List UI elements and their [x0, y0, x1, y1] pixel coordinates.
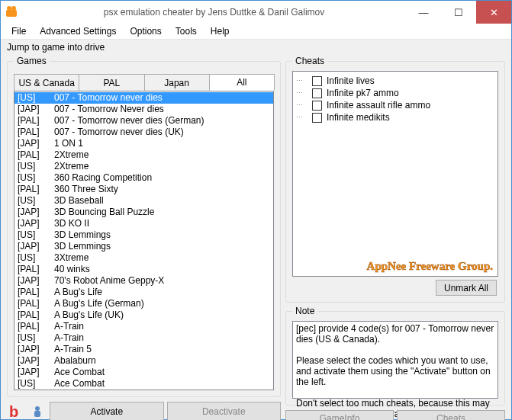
left-pane: Games US & Canada PAL Japan All [US]007 … [7, 56, 281, 412]
tab-all[interactable]: All [209, 74, 275, 91]
cheat-label: Infinite lives [327, 75, 375, 87]
cheat-list[interactable]: Infinite livesInfinite pk7 ammoInfinite … [292, 71, 498, 277]
game-row[interactable]: [PAL]A Bug's Life [14, 287, 273, 298]
unmark-row: Unmark All [292, 277, 498, 296]
menu-file[interactable]: File [5, 24, 33, 38]
game-row[interactable]: [JAP]1 ON 1 [14, 138, 273, 149]
tab-us-canada[interactable]: US & Canada [14, 74, 79, 91]
game-row[interactable]: [JAP]3D KO II [14, 218, 273, 229]
jump-label: Jump to game into drive [1, 40, 511, 54]
checkbox-icon[interactable] [312, 88, 322, 98]
note-legend: Note [292, 306, 317, 316]
game-row[interactable]: [PAL]007 - Tomorrow never dies (German) [14, 115, 273, 127]
app-window: psx emulation cheater by Jens Duttke & D… [0, 0, 512, 420]
game-row[interactable]: [US]A-Train [14, 332, 273, 344]
tab-pal[interactable]: PAL [79, 74, 144, 91]
region-tabs: US & Canada PAL Japan All [14, 74, 274, 91]
game-row[interactable]: [PAL]A-Train [14, 321, 273, 332]
game-row[interactable]: [US]3D Lemmings [14, 229, 273, 241]
game-row[interactable]: [PAL]40 winks [14, 264, 273, 275]
cheat-row[interactable]: Infinite assault rifle ammo [295, 99, 496, 111]
bottom-right-strip: GameInfo Cheats [285, 409, 505, 420]
svg-text:b: b [9, 403, 18, 420]
game-row[interactable]: [US]3D Baseball [14, 195, 273, 207]
maximize-button[interactable]: ☐ [441, 1, 476, 24]
window-title: psx emulation cheater by Jens Duttke & D… [22, 7, 406, 18]
note-group: Note [pec] provide 4 code(s) for 007 - T… [285, 306, 505, 406]
cheat-row[interactable]: Infinite medikits [295, 111, 496, 123]
svg-point-2 [11, 6, 16, 11]
game-row[interactable]: [PAL]A Bug's Life (German) [14, 298, 273, 309]
unmark-all-button[interactable]: Unmark All [436, 280, 497, 296]
game-row[interactable]: [PAL]2Xtreme [14, 149, 273, 161]
titlebar: psx emulation cheater by Jens Duttke & D… [1, 1, 511, 24]
game-list[interactable]: [US]007 - Tomorrow never dies[JAP]007 - … [14, 91, 274, 390]
game-row[interactable]: [JAP]3D Lemmings [14, 241, 273, 252]
game-row[interactable]: [PAL]A Bug's Life (UK) [14, 309, 273, 321]
game-row[interactable]: [JAP]70's Robot Anime Geppy-X [14, 275, 273, 287]
svg-rect-5 [34, 411, 40, 417]
checkbox-icon[interactable] [312, 101, 322, 111]
game-row[interactable]: [JAP]3D Bouncing Ball Puzzle [14, 207, 273, 218]
note-text: [pec] provide 4 code(s) for 007 - Tomorr… [292, 321, 498, 399]
bottom-left-strip: b Activate Deactivate [7, 397, 281, 420]
menu-tools[interactable]: Tools [169, 24, 204, 38]
menubar: File Advanced Settings Options Tools Hel… [1, 24, 511, 40]
activate-button[interactable]: Activate [50, 402, 164, 420]
gameinfo-button: GameInfo [285, 410, 394, 420]
deactivate-button: Deactivate [167, 402, 282, 420]
svg-rect-0 [6, 10, 17, 17]
tab-japan[interactable]: Japan [144, 74, 210, 91]
games-group: Games US & Canada PAL Japan All [US]007 … [7, 56, 281, 397]
cheat-label: Infinite assault rifle ammo [327, 99, 430, 111]
close-button[interactable]: ✕ [476, 1, 511, 24]
game-row[interactable]: [JAP]A-Train 5 [14, 344, 273, 355]
cheats-legend: Cheats [292, 56, 327, 66]
cheat-label: Infinite medikits [327, 111, 390, 123]
checkbox-icon[interactable] [312, 76, 322, 86]
cheats-button: Cheats [397, 410, 505, 420]
svg-point-1 [7, 6, 11, 11]
game-row[interactable]: [US]360 Racing Competition [14, 172, 273, 184]
game-row[interactable]: [PAL]360 Three Sixty [14, 184, 273, 195]
right-pane: Cheats Infinite livesInfinite pk7 ammoIn… [285, 56, 505, 412]
cheats-group: Cheats Infinite livesInfinite pk7 ammoIn… [285, 56, 505, 303]
cheat-row[interactable]: Infinite pk7 ammo [295, 87, 496, 99]
game-row[interactable]: [US]Ace Combat [14, 378, 273, 390]
games-legend: Games [14, 56, 50, 66]
game-row[interactable]: [JAP]Ace Combat [14, 367, 273, 378]
menu-help[interactable]: Help [204, 24, 237, 38]
game-row[interactable]: [JAP]007 - Tomorrow Never dies [14, 104, 273, 115]
bang-icon[interactable]: b [7, 402, 25, 421]
svg-point-4 [35, 406, 40, 411]
cheat-row[interactable]: Infinite lives [295, 75, 496, 87]
checkbox-icon[interactable] [312, 113, 322, 123]
minimize-button[interactable]: — [406, 1, 441, 24]
app-icon [1, 5, 22, 19]
menu-advanced-settings[interactable]: Advanced Settings [33, 24, 123, 38]
game-row[interactable]: [US]007 - Tomorrow never dies [14, 92, 273, 104]
running-icon[interactable] [28, 402, 47, 421]
game-row[interactable]: [US]2Xtreme [14, 161, 273, 172]
game-row[interactable]: [JAP]Abalaburn [14, 355, 273, 367]
content: Games US & Canada PAL Japan All [US]007 … [1, 54, 511, 418]
game-row[interactable]: [US]3Xtreme [14, 252, 273, 264]
game-row[interactable]: [PAL]007 - Tomorrow never dies (UK) [14, 127, 273, 138]
watermark: AppNee Freeware Group. [367, 260, 493, 273]
window-controls: — ☐ ✕ [406, 1, 511, 24]
menu-options[interactable]: Options [123, 24, 168, 38]
cheat-label: Infinite pk7 ammo [327, 87, 399, 99]
